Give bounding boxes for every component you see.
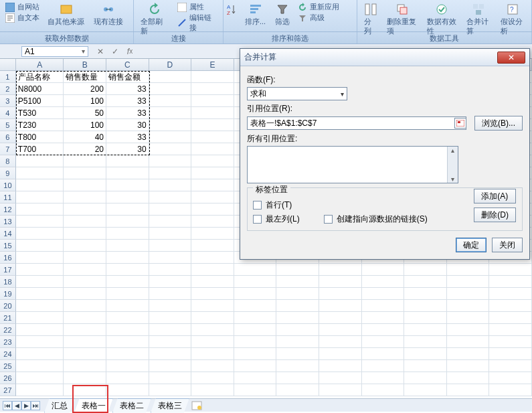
cell[interactable] <box>106 336 149 348</box>
cell[interactable] <box>191 191 234 203</box>
cell[interactable] <box>404 372 447 384</box>
cell[interactable] <box>149 336 192 348</box>
cell[interactable]: N8000 <box>16 83 64 95</box>
row-header[interactable]: 26 <box>0 372 16 384</box>
cell[interactable] <box>404 336 447 348</box>
cell[interactable] <box>191 83 234 95</box>
cell[interactable] <box>489 264 532 276</box>
cell[interactable] <box>191 155 234 167</box>
cell[interactable] <box>191 119 234 131</box>
cell[interactable] <box>16 372 64 384</box>
cell[interactable] <box>16 324 64 336</box>
cell[interactable] <box>191 288 234 300</box>
cell[interactable] <box>16 252 64 264</box>
cell[interactable] <box>106 179 149 191</box>
cell[interactable] <box>106 324 149 336</box>
ribbon-properties[interactable]: 属性 <box>177 2 217 12</box>
cell[interactable] <box>149 384 192 396</box>
row-header[interactable]: 3 <box>0 95 16 107</box>
cell[interactable] <box>106 191 149 203</box>
cell[interactable] <box>64 336 106 348</box>
cell[interactable] <box>489 324 532 336</box>
all-references-list[interactable]: ▴▾ <box>247 146 458 183</box>
cell[interactable] <box>234 360 277 372</box>
cell[interactable] <box>106 276 149 288</box>
cell[interactable] <box>489 372 532 384</box>
cell[interactable]: 33 <box>106 131 149 143</box>
ribbon-sort-az[interactable]: AZ <box>226 1 240 18</box>
cell[interactable] <box>489 276 532 288</box>
cell[interactable] <box>191 324 234 336</box>
cell[interactable]: T230 <box>16 119 64 131</box>
cell[interactable] <box>489 312 532 324</box>
cell[interactable] <box>16 288 64 300</box>
col-header[interactable]: A <box>16 59 64 70</box>
cell[interactable] <box>64 348 106 360</box>
ribbon-from-text[interactable]: 自文本 <box>5 13 39 23</box>
cell[interactable] <box>191 384 234 396</box>
close-button[interactable]: ✕ <box>497 52 525 64</box>
cell[interactable] <box>64 276 106 288</box>
cell[interactable] <box>447 384 490 396</box>
cell[interactable] <box>16 336 64 348</box>
cell[interactable]: 30 <box>106 143 149 155</box>
col-header[interactable]: E <box>191 59 234 70</box>
cell[interactable] <box>362 312 405 324</box>
cell[interactable] <box>191 95 234 107</box>
row-header[interactable]: 15 <box>0 240 16 252</box>
cell[interactable] <box>362 360 405 372</box>
cell[interactable] <box>489 348 532 360</box>
row-header[interactable]: 10 <box>0 179 16 191</box>
cell[interactable] <box>16 203 64 216</box>
cell[interactable] <box>64 312 106 324</box>
cell[interactable] <box>191 372 234 384</box>
cell[interactable] <box>16 216 64 228</box>
cell[interactable] <box>191 240 234 252</box>
cell[interactable] <box>16 240 64 252</box>
cell[interactable] <box>149 360 192 372</box>
row-header[interactable]: 17 <box>0 264 16 276</box>
cell[interactable] <box>234 324 277 336</box>
cell[interactable] <box>191 71 234 83</box>
ribbon-other-sources[interactable]: 自其他来源 <box>43 1 88 27</box>
enter-formula-icon[interactable]: ✓ <box>110 46 120 57</box>
cell[interactable] <box>191 336 234 348</box>
cell[interactable] <box>276 384 319 396</box>
cell[interactable] <box>106 348 149 360</box>
row-header[interactable]: 8 <box>0 155 16 167</box>
cell[interactable]: 33 <box>106 95 149 107</box>
cell[interactable] <box>149 324 192 336</box>
col-header[interactable]: D <box>149 59 192 70</box>
cell[interactable] <box>149 167 192 179</box>
cell[interactable] <box>64 324 106 336</box>
cell[interactable] <box>149 203 192 216</box>
row-header[interactable]: 21 <box>0 312 16 324</box>
cell[interactable]: 20 <box>64 143 106 155</box>
select-all-corner[interactable] <box>0 59 16 70</box>
add-button[interactable]: 添加(A) <box>474 189 516 203</box>
cell[interactable] <box>149 348 192 360</box>
ribbon-reapply[interactable]: 重新应用 <box>298 2 339 12</box>
reference-input[interactable]: 表格一!$A$1:$C$7 <box>247 116 466 130</box>
cell[interactable] <box>276 348 319 360</box>
cell[interactable] <box>106 360 149 372</box>
dialog-titlebar[interactable]: 合并计算 ✕ <box>240 49 529 66</box>
cell[interactable] <box>362 348 405 360</box>
cell[interactable] <box>191 312 234 324</box>
ribbon-from-web[interactable]: 自网站 <box>5 2 39 12</box>
cell[interactable] <box>276 360 319 372</box>
cell[interactable] <box>191 203 234 216</box>
row-header[interactable]: 24 <box>0 348 16 360</box>
cell[interactable] <box>234 348 277 360</box>
cell[interactable]: 33 <box>106 83 149 95</box>
cell[interactable] <box>149 107 192 119</box>
cell[interactable] <box>16 179 64 191</box>
cell[interactable]: 产品名称 <box>16 71 64 83</box>
cell[interactable]: T700 <box>16 143 64 155</box>
cell[interactable] <box>404 276 447 288</box>
cell[interactable] <box>106 372 149 384</box>
cell[interactable] <box>149 240 192 252</box>
cell[interactable]: 200 <box>64 83 106 95</box>
cell[interactable] <box>489 288 532 300</box>
ribbon-advanced[interactable]: 高级 <box>298 13 339 23</box>
